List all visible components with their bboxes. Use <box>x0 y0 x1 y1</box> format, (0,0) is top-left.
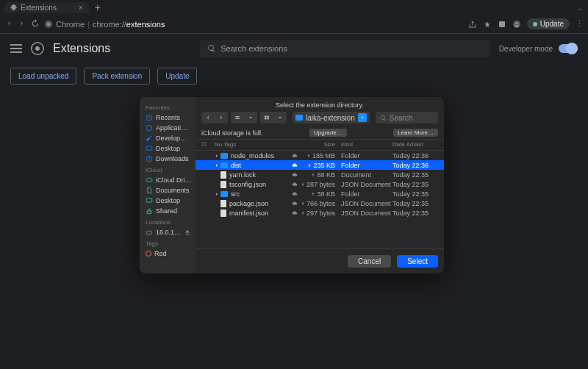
file-name: src <box>231 190 240 198</box>
sidebar-item-desktop[interactable]: Desktop <box>140 143 196 154</box>
group-button[interactable] <box>260 112 273 123</box>
file-date: Today 22:35 <box>392 190 438 198</box>
file-date: Today 22:35 <box>392 181 438 188</box>
col-size: Size <box>300 141 341 148</box>
file-search[interactable]: Search <box>376 112 438 123</box>
svg-rect-15 <box>265 118 266 119</box>
file-name: yarn.lock <box>229 171 256 179</box>
svg-rect-16 <box>268 118 269 119</box>
cloud-status-icon <box>290 191 300 197</box>
file-row[interactable]: node_modules185 MBFolderToday 22:36 <box>196 151 444 160</box>
sidebar-item-shared[interactable]: Shared <box>140 206 196 216</box>
file-kind: Folder <box>341 152 392 160</box>
dialog-title: Select the extension directory. <box>196 97 444 112</box>
document-icon <box>146 187 153 194</box>
desktop-icon <box>146 145 153 152</box>
sidebar-section-locations: Locations <box>140 216 196 227</box>
upgrade-button[interactable]: Upgrade… <box>309 129 347 137</box>
view-chevron-icon[interactable] <box>244 112 257 123</box>
svg-rect-13 <box>265 116 266 118</box>
file-size: 185 MB <box>300 152 341 160</box>
file-icon <box>220 209 226 217</box>
cloud-status-icon <box>290 182 300 187</box>
sidebar-item-desktop-icloud[interactable]: Desktop <box>140 196 196 206</box>
col-kind: Kind <box>341 141 392 148</box>
sidebar-item-documents[interactable]: Documents <box>140 185 196 196</box>
disclosure-icon[interactable] <box>215 154 220 158</box>
svg-point-17 <box>202 142 206 146</box>
shared-icon <box>146 207 153 215</box>
folder-icon <box>220 162 228 168</box>
storage-message: iCloud storage is full. <box>201 129 263 137</box>
file-picker-sidebar: Favorites Recents Applicati… Develop… De… <box>140 97 196 273</box>
folder-icon <box>220 191 228 197</box>
file-kind: JSON Document <box>341 181 392 188</box>
select-button[interactable]: Select <box>397 255 438 268</box>
file-kind: JSON Document <box>341 209 392 217</box>
popup-arrows-icon <box>358 113 367 122</box>
cloud-status-icon <box>290 172 300 178</box>
sidebar-tag-red[interactable]: Red <box>140 248 196 259</box>
disclosure-icon[interactable] <box>215 163 220 168</box>
icloud-storage-bar: iCloud storage is full. Upgrade… Learn M… <box>196 126 444 139</box>
sidebar-item-developer[interactable]: Develop… <box>140 133 196 143</box>
file-date: Today 22:35 <box>392 209 438 217</box>
file-row[interactable]: manifest.json297 bytesJSON DocumentToday… <box>196 208 444 218</box>
folder-popup-label: laika-extension <box>306 114 355 122</box>
app-icon <box>146 124 153 132</box>
file-date: Today 22:36 <box>392 162 438 169</box>
file-size: 287 bytes <box>300 181 341 188</box>
learn-more-button[interactable]: Learn More… <box>393 129 438 137</box>
download-icon <box>146 155 153 162</box>
file-name: manifest.json <box>229 209 268 217</box>
svg-rect-8 <box>147 126 152 131</box>
sidebar-item-icloud-drive[interactable]: iCloud Dri… <box>140 175 196 185</box>
file-kind: Document <box>341 171 392 179</box>
svg-rect-14 <box>268 116 269 118</box>
file-picker-toolbar: laika-extension Search <box>196 112 444 126</box>
sidebar-item-applications[interactable]: Applicati… <box>140 123 196 133</box>
tag-icon <box>201 141 207 147</box>
eject-icon[interactable] <box>184 229 191 236</box>
file-size: 88 KB <box>300 171 341 179</box>
folder-icon <box>220 153 228 159</box>
disclosure-icon[interactable] <box>215 192 220 196</box>
hammer-icon <box>146 135 153 142</box>
file-row[interactable]: src38 KBFolderToday 22:35 <box>196 189 444 198</box>
file-size: 235 KB <box>300 162 341 169</box>
cloud-status-icon <box>290 162 300 168</box>
file-row[interactable]: yarn.lock88 KBDocumentToday 22:35 <box>196 170 444 179</box>
view-list-button[interactable] <box>231 112 244 123</box>
file-picker-dialog: Favorites Recents Applicati… Develop… De… <box>140 97 444 273</box>
file-date: Today 22:35 <box>392 171 438 179</box>
file-name: tsconfig.json <box>229 181 266 188</box>
sidebar-item-downloads[interactable]: Downloads <box>140 154 196 164</box>
disk-icon <box>146 229 153 236</box>
file-kind: JSON Document <box>341 200 392 207</box>
cancel-button[interactable]: Cancel <box>348 255 391 268</box>
cloud-status-icon <box>290 201 300 207</box>
sidebar-item-recents[interactable]: Recents <box>140 112 196 123</box>
desktop-icon <box>146 197 153 204</box>
file-icon <box>220 181 226 188</box>
sidebar-item-location[interactable]: 16.0.1… <box>140 227 196 237</box>
file-name: package.json <box>229 200 268 207</box>
col-date: Date Added <box>392 141 438 148</box>
folder-popup[interactable]: laika-extension <box>293 112 370 123</box>
group-chevron-icon[interactable] <box>273 112 287 123</box>
svg-rect-12 <box>147 231 152 234</box>
sidebar-section-favorites: Favorites <box>140 101 196 112</box>
file-date: Today 22:36 <box>392 152 438 160</box>
file-list-header[interactable]: No Tags Size Kind Date Added <box>196 139 444 151</box>
file-date: Today 22:35 <box>392 200 438 207</box>
nav-back-button[interactable] <box>201 112 215 123</box>
file-row[interactable]: dist235 KBFolderToday 22:36 <box>196 160 444 170</box>
svg-rect-11 <box>146 198 152 202</box>
file-row[interactable]: package.json766 bytesJSON DocumentToday … <box>196 198 444 208</box>
cloud-icon <box>146 176 153 184</box>
cloud-status-icon <box>290 210 300 216</box>
clock-icon <box>146 114 153 121</box>
file-row[interactable]: tsconfig.json287 bytesJSON DocumentToday… <box>196 179 444 189</box>
file-list: node_modules185 MBFolderToday 22:36dist2… <box>196 151 444 248</box>
search-icon <box>380 115 387 121</box>
